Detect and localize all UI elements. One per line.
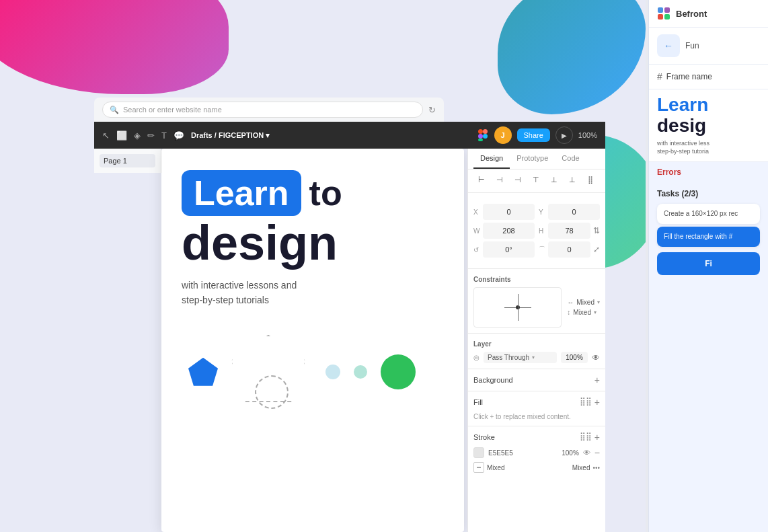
v-constraint-select[interactable]: Mixed ▾ xyxy=(573,309,597,316)
preview-subtitle: with interactive less step-by-step tutor… xyxy=(657,139,760,156)
befront-header: Befront xyxy=(649,0,768,28)
svg-rect-6 xyxy=(658,7,663,13)
opacity-input[interactable]: 100% xyxy=(561,352,588,363)
befront-title: Befront xyxy=(676,9,707,19)
visibility-icon[interactable]: 👁 xyxy=(592,353,600,363)
befront-nav-title: Fun xyxy=(685,41,760,50)
refresh-icon[interactable]: ↻ xyxy=(428,105,436,115)
svg-point-4 xyxy=(483,134,488,139)
befront-preview-area: Learn desig with interactive less step-b… xyxy=(649,89,768,162)
position-section: X Y W H ⇅ ↺ ⌒ xyxy=(468,196,605,266)
task-2-text: Fill the rectangle with # xyxy=(664,233,732,240)
tasks-title: Tasks (2/3) xyxy=(649,185,768,201)
constraint-cross xyxy=(504,294,531,321)
align-left-button[interactable]: ⊢ xyxy=(473,172,490,187)
stroke-mixed-left[interactable]: Mixed xyxy=(487,464,570,471)
errors-title: Errors xyxy=(657,167,760,177)
design-panel: Design Prototype Code ⊢ ⊣ ⊣ ⊤ ⊥ ⊥ ⣿ X Y … xyxy=(467,149,605,532)
text-tool[interactable]: T xyxy=(161,130,167,141)
pentagon-outline-group xyxy=(231,335,312,409)
pen-tool[interactable]: ✏ xyxy=(147,130,155,141)
svg-rect-9 xyxy=(664,14,670,20)
chevron-down-icon-3: ▾ xyxy=(532,354,535,360)
stroke-opacity-value[interactable]: 100% xyxy=(562,449,579,457)
h-label: H xyxy=(539,227,547,235)
preview-subtitle-line1: with interactive less xyxy=(657,139,760,148)
layer-row: ◎ Pass Through ▾ 100% 👁 xyxy=(468,349,605,366)
layer-mode-select[interactable]: Pass Through ▾ xyxy=(484,352,557,363)
layer-blend-icon: ◎ xyxy=(473,354,479,361)
constraints-dropdowns: ↔ Mixed ▾ ↕ Mixed ▾ xyxy=(567,299,600,316)
distribute-stroke-icon[interactable]: ⣿⣿ xyxy=(580,432,592,443)
design-label: design xyxy=(182,219,444,267)
x-input[interactable] xyxy=(483,204,535,220)
cursor-tool[interactable]: ↖ xyxy=(102,130,110,141)
expand-icon[interactable]: ⤢ xyxy=(593,245,600,254)
project-name[interactable]: FIGCEPTION xyxy=(219,131,264,139)
preview-subtitle-line2: step-by-step tutoria xyxy=(657,147,760,156)
w-input[interactable] xyxy=(483,223,535,239)
wh-row: W H ⇅ xyxy=(473,223,600,239)
learn-label: Learn xyxy=(194,174,289,213)
circle-green-shape xyxy=(381,354,416,389)
task-1-text: Create a 160×120 px rec xyxy=(664,210,738,217)
constraints-visual xyxy=(473,287,562,328)
fill-action-button[interactable]: Fi xyxy=(657,252,760,275)
share-button[interactable]: Share xyxy=(517,128,550,142)
stroke-mixed-right[interactable]: Mixed xyxy=(572,464,590,471)
stroke-mixed-icon xyxy=(473,462,484,473)
add-fill-button[interactable]: + xyxy=(594,397,600,408)
stroke-color-swatch[interactable] xyxy=(473,447,484,458)
play-button[interactable]: ▶ xyxy=(555,126,573,144)
align-bottom-button[interactable]: ⊥ xyxy=(564,172,580,187)
zoom-level[interactable]: 100% xyxy=(578,131,597,139)
shape-tool[interactable]: ◈ xyxy=(134,130,141,141)
add-background-button[interactable]: + xyxy=(594,375,600,385)
stroke-more-options[interactable]: ••• xyxy=(592,464,600,471)
background-label: Background xyxy=(473,376,513,384)
tab-code[interactable]: Code xyxy=(555,149,586,169)
design-frame: Learn to design with interactive lessons… xyxy=(161,149,464,532)
x-label: X xyxy=(473,208,482,216)
rotation-input[interactable] xyxy=(483,241,535,258)
h-input[interactable] xyxy=(548,223,590,239)
subtitle-line1: with interactive lessons and xyxy=(182,278,444,293)
align-right-button[interactable]: ⊣ xyxy=(510,172,526,187)
distribute-fill-icon[interactable]: ⣿⣿ xyxy=(580,397,592,408)
stroke-visibility-icon[interactable]: 👁 xyxy=(583,449,590,457)
corner-input[interactable] xyxy=(548,241,590,258)
h-constraint-select[interactable]: Mixed ▾ xyxy=(576,299,600,306)
befront-logo-icon xyxy=(657,7,670,20)
constrain-ratio-icon[interactable]: ⇅ xyxy=(593,226,600,235)
constraints-label: Constraints xyxy=(468,272,605,284)
circle-outline-shape xyxy=(255,375,289,409)
align-top-button[interactable]: ⊤ xyxy=(528,172,544,187)
breadcrumb: Drafts / FIGCEPTION ▾ xyxy=(191,131,270,140)
circle-small-teal xyxy=(354,365,367,379)
tab-design[interactable]: Design xyxy=(473,149,510,169)
back-button[interactable]: ← xyxy=(657,34,680,57)
page-item[interactable]: Page 1 xyxy=(100,154,155,167)
stroke-hex-value[interactable]: E5E5E5 xyxy=(488,449,558,457)
pentagon-blue-shape xyxy=(188,358,218,386)
preview-design-text: desig xyxy=(657,116,760,137)
remove-stroke-button[interactable]: − xyxy=(594,447,600,458)
to-label: to xyxy=(309,173,342,213)
subtitle: with interactive lessons and step-by-ste… xyxy=(182,278,444,308)
figma-toolbar: ↖ ⬜ ◈ ✏ T 💬 Drafts / FIGCEPTION ▾ J Shar… xyxy=(94,122,605,149)
y-field: Y xyxy=(539,204,600,220)
tab-prototype[interactable]: Prototype xyxy=(510,149,555,169)
align-center-v-button[interactable]: ⊥ xyxy=(546,172,562,187)
svg-rect-8 xyxy=(658,14,663,20)
browser-bar: 🔍 Search or enter website name ↻ xyxy=(94,98,444,122)
distribute-h-button[interactable]: ⣿ xyxy=(582,172,599,187)
task-card-2: Fill the rectangle with # xyxy=(657,227,760,247)
rotation-row: ↺ ⌒ ⤢ xyxy=(473,241,600,258)
frame-tool[interactable]: ⬜ xyxy=(116,130,127,141)
align-center-h-button[interactable]: ⊣ xyxy=(492,172,508,187)
comment-tool[interactable]: 💬 xyxy=(174,130,184,141)
browser-search-bar[interactable]: 🔍 Search or enter website name xyxy=(102,102,423,118)
y-input[interactable] xyxy=(548,204,600,220)
toolbar-left: ↖ ⬜ ◈ ✏ T 💬 Drafts / FIGCEPTION ▾ xyxy=(102,130,466,141)
add-stroke-button[interactable]: + xyxy=(594,432,600,443)
